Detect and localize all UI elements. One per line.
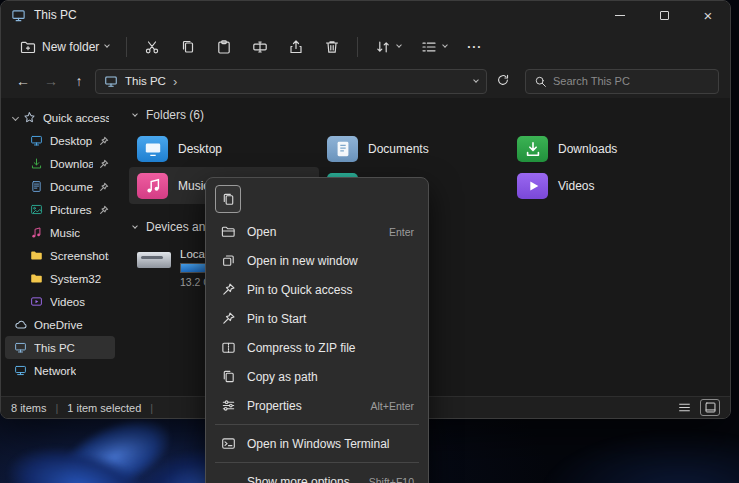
maximize-button[interactable] [642,1,686,29]
onedrive-cloud-icon [13,317,28,332]
desktop-folder-icon [137,136,168,162]
breadcrumb[interactable]: This PC [125,75,166,87]
pictures-icon [29,202,44,217]
folder-tile-downloads[interactable]: Downloads [509,130,699,167]
sidebar-label: Downloads [50,158,93,170]
downloads-folder-icon [517,136,548,162]
rename-button[interactable] [245,34,275,60]
menu-item-open-in-new-window[interactable]: Open in new window [211,246,423,275]
cut-icon [144,39,160,55]
sidebar-item-desktop[interactable]: Desktop [5,129,115,152]
this-pc-icon [104,74,118,88]
menu-item-label: Show more options [247,475,350,483]
menu-item-label: Pin to Quick access [247,283,352,297]
menu-item-label: Open in Windows Terminal [247,437,390,451]
delete-button[interactable] [317,34,347,60]
more-icon: ··· [467,40,482,54]
more-options-button[interactable]: ··· [460,35,489,59]
breadcrumb-separator-icon: › [173,74,177,89]
sidebar-item-pictures[interactable]: Pictures [5,198,115,221]
new-folder-icon [20,39,36,55]
menu-item-label: Compress to ZIP file [247,341,355,355]
view-button[interactable] [414,34,454,60]
sidebar-label: OneDrive [34,319,83,331]
details-view-button[interactable] [674,399,694,416]
address-bar[interactable]: This PC › [95,69,487,94]
menu-item-show-more-options[interactable]: Show more options Shift+F10 [211,467,423,483]
folder-name: Desktop [178,142,222,156]
documents-icon [29,179,44,194]
minimize-icon [615,15,625,16]
sidebar-item-downloads[interactable]: Downloads [5,152,115,175]
navigation-pane: Quick access Desktop Downloads [1,98,119,396]
copy-icon-button[interactable] [215,185,241,213]
sidebar-item-quick-access[interactable]: Quick access [5,106,115,129]
caption-buttons: × [598,1,730,29]
menu-item-properties[interactable]: Properties Alt+Enter [211,391,423,420]
paste-icon [216,39,232,55]
menu-item-open-in-windows-terminal[interactable]: Open in Windows Terminal [211,429,423,458]
back-button[interactable]: ← [11,69,35,93]
search-box[interactable] [525,69,719,94]
folder-icon [29,271,44,286]
menu-item-shortcut: Enter [389,226,414,238]
sidebar-label: Desktop [50,135,92,147]
sidebar-item-videos[interactable]: Videos [5,290,115,313]
large-icons-view-icon [704,401,717,414]
titlebar[interactable]: This PC × [1,1,730,29]
delete-icon [324,39,340,55]
sidebar-item-documents[interactable]: Documents [5,175,115,198]
toolbar-divider [126,37,127,57]
folder-name: Videos [558,179,594,193]
folder-tile-videos[interactable]: Videos [509,167,699,204]
refresh-button[interactable] [491,69,515,93]
share-button[interactable] [281,34,311,60]
desktop-icon [29,133,44,148]
menu-item-compress-to-zip[interactable]: Compress to ZIP file [211,333,423,362]
menu-item-label: Copy as path [247,370,318,384]
sidebar-item-music[interactable]: Music [5,221,115,244]
context-menu-icon-strip [211,183,423,215]
close-button[interactable]: × [686,1,730,29]
menu-item-open[interactable]: Open Enter [211,217,423,246]
sort-button[interactable] [368,34,408,60]
menu-separator [215,424,419,425]
sidebar-item-screenshots[interactable]: Screenshots [5,244,115,267]
item-count: 8 items [11,402,46,414]
new-folder-button[interactable]: New folder [13,34,116,60]
sidebar-item-onedrive[interactable]: OneDrive [5,313,115,336]
view-options-icon [421,39,437,55]
forward-icon: → [44,73,58,89]
large-icons-view-button[interactable] [700,399,720,416]
up-button[interactable]: ↑ [67,69,91,93]
quick-access-star-icon [22,110,37,125]
chevron-down-icon[interactable] [132,223,138,229]
window-title: This PC [34,8,77,22]
folder-tile-desktop[interactable]: Desktop [129,130,319,167]
sidebar-item-network[interactable]: Network [5,359,115,382]
search-icon [534,75,547,88]
chevron-down-icon[interactable] [473,77,479,83]
menu-item-pin-to-start[interactable]: Pin to Start [211,304,423,333]
navigation-bar: ← → ↑ This PC › [1,64,730,98]
terminal-icon [220,436,236,451]
chevron-down-icon[interactable] [132,111,138,117]
menu-item-pin-to-quick-access[interactable]: Pin to Quick access [211,275,423,304]
forward-button[interactable]: → [39,69,63,93]
toolbar-divider [357,37,358,57]
folder-tile-documents[interactable]: Documents [319,130,509,167]
menu-item-label: Pin to Start [247,312,306,326]
cut-button[interactable] [137,34,167,60]
videos-icon [29,294,44,309]
search-input[interactable] [553,75,693,87]
pin-icon [99,159,109,169]
minimize-button[interactable] [598,1,642,29]
copy-button[interactable] [173,34,203,60]
copy-icon [221,192,236,207]
chevron-down-icon [397,42,403,48]
paste-button[interactable] [209,34,239,60]
sidebar-item-system32[interactable]: System32 [5,267,115,290]
sidebar-item-this-pc[interactable]: This PC [5,336,115,359]
folders-section-header[interactable]: Folders (6) [129,108,730,122]
menu-item-copy-as-path[interactable]: Copy as path [211,362,423,391]
